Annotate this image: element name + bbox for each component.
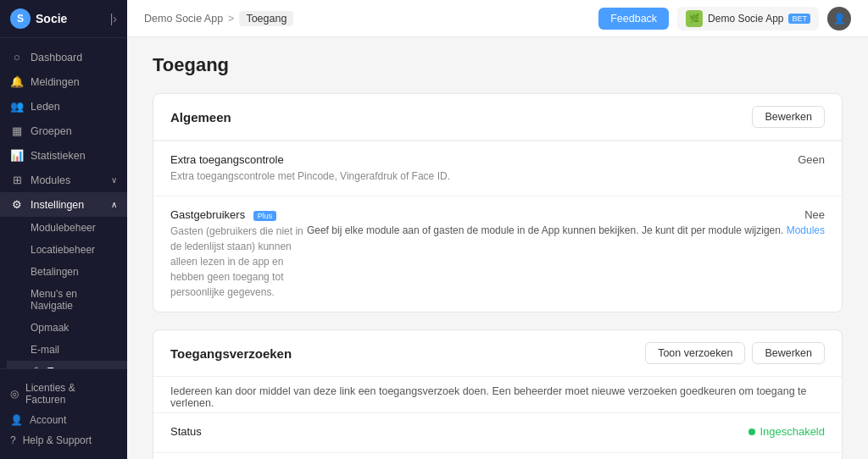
feedback-button[interactable]: Feedback xyxy=(598,8,669,30)
toegangscontrole-label: Extra toegangscontrole xyxy=(170,153,467,166)
status-value: Ingeschakeld xyxy=(760,425,825,438)
sidebar-item-help[interactable]: ? Help & Support xyxy=(10,430,117,451)
sidebar-subitem-label: Locatiebeheer xyxy=(31,244,95,256)
sidebar-item-instellingen[interactable]: ⚙ Instellingen ∧ xyxy=(0,192,127,217)
gastgebruikers-value: Nee xyxy=(804,208,825,221)
toegangscontrole-field: Extra toegangscontrole Extra toegangscon… xyxy=(153,141,842,196)
logo-text: Socie xyxy=(36,12,67,25)
toegangsverzoeken-card: Toegangsverzoeken Toon verzoeken Bewerke… xyxy=(153,329,843,459)
sidebar-item-opmaak[interactable]: Opmaak xyxy=(7,317,127,339)
toegangsverzoeken-title: Toegangsverzoeken xyxy=(170,346,292,361)
toegangscode-field: Toegangscode Deze code kan ingevoerd wor… xyxy=(153,452,842,459)
sidebar-subitem-label: Opmaak xyxy=(31,322,69,334)
field-left: Status xyxy=(170,425,467,440)
algemeen-title: Algemeen xyxy=(170,110,231,124)
toegangsverzoeken-actions: Toon verzoeken Bewerken xyxy=(645,342,825,364)
sidebar-nav: ○ Dashboard 🔔 Meldingen 👥 Leden ▦ Groepe… xyxy=(0,38,127,368)
app-badge: BET xyxy=(788,14,810,24)
sidebar-bottom-label: Licenties & Facturen xyxy=(25,382,117,406)
sidebar-item-email[interactable]: E-mail xyxy=(7,339,127,361)
sidebar-item-label: Leden xyxy=(31,101,60,113)
logo-icon: S xyxy=(10,8,31,29)
gastgebruikers-label: Gastgebruikers Plus xyxy=(170,208,307,221)
grid-icon: ▦ xyxy=(10,124,24,137)
algemeen-card: Algemeen Bewerken Extra toegangscontrole… xyxy=(153,93,843,312)
sidebar-collapse-button[interactable]: |› xyxy=(110,12,117,25)
breadcrumb-separator: > xyxy=(228,13,234,25)
sidebar-item-label: Instellingen xyxy=(31,199,84,211)
field-left: Extra toegangscontrole Extra toegangscon… xyxy=(170,153,467,184)
breadcrumb-current: Toegang xyxy=(239,11,293,26)
algemeen-edit-button[interactable]: Bewerken xyxy=(752,106,825,128)
gastgebruikers-field: Gastgebruikers Plus Gasten (gebruikers d… xyxy=(153,196,842,312)
sidebar-item-betalingen[interactable]: Betalingen xyxy=(7,261,127,283)
modules-link[interactable]: Modules xyxy=(787,224,825,236)
toegangscontrole-desc: Extra toegangscontrole met Pincode, Ving… xyxy=(170,169,467,184)
receipt-icon: ◎ xyxy=(10,388,19,400)
status-badge: Ingeschakeld xyxy=(748,425,825,438)
sidebar-item-licenties[interactable]: ◎ Licenties & Facturen xyxy=(10,378,117,410)
sidebar-item-account[interactable]: 👤 Account xyxy=(10,410,117,430)
plus-badge: Plus xyxy=(253,211,277,221)
sidebar-item-statistieken[interactable]: 📊 Statistieken xyxy=(0,143,127,168)
sidebar-item-leden[interactable]: 👥 Leden xyxy=(0,94,127,119)
toon-verzoeken-button[interactable]: Toon verzoeken xyxy=(645,342,745,364)
breadcrumb: Demo Socie App > Toegang xyxy=(144,11,592,26)
chevron-down-icon: ∨ xyxy=(111,175,117,185)
chart-icon: 📊 xyxy=(10,149,24,162)
sidebar-logo: S Socie |› xyxy=(0,0,127,38)
sidebar-item-label: Modules xyxy=(31,174,70,186)
user-avatar[interactable]: 👤 xyxy=(827,7,851,30)
sidebar-bottom: ◎ Licenties & Facturen 👤 Account ? Help … xyxy=(0,368,127,459)
modules-icon: ⊞ xyxy=(10,174,24,186)
users-icon: 👥 xyxy=(10,100,24,113)
toegangsverzoeken-description: Iedereen kan door middel van deze link e… xyxy=(153,377,842,412)
bell-icon: 🔔 xyxy=(10,75,24,88)
app-name: Demo Socie App xyxy=(708,13,783,25)
gastgebruikers-desc2: Geef bij elke module aan of gasten de mo… xyxy=(307,224,825,236)
main-area: Demo Socie App > Toegang Feedback 🌿 Demo… xyxy=(127,0,868,459)
sidebar-item-groepen[interactable]: ▦ Groepen xyxy=(0,119,127,143)
status-value-area: Ingeschakeld xyxy=(655,425,825,438)
algemeen-card-header: Algemeen Bewerken xyxy=(153,94,842,141)
status-field: Status Ingeschakeld xyxy=(153,412,842,452)
sidebar-item-meldingen[interactable]: 🔔 Meldingen xyxy=(0,69,127,94)
sidebar-item-locatiebeheer[interactable]: Locatiebeheer xyxy=(7,239,127,261)
sidebar-item-menus[interactable]: Menu's en Navigatie xyxy=(7,283,127,317)
sidebar-item-label: Groepen xyxy=(31,125,72,137)
sidebar-bottom-label: Help & Support xyxy=(23,434,92,446)
page-title: Toegang xyxy=(153,54,843,76)
sidebar-subitem-label: Menu's en Navigatie xyxy=(31,288,117,312)
breadcrumb-link[interactable]: Demo Socie App xyxy=(144,13,223,25)
header-right: Feedback 🌿 Demo Socie App BET 👤 xyxy=(598,7,851,30)
header: Demo Socie App > Toegang Feedback 🌿 Demo… xyxy=(127,0,868,37)
field-left: Gastgebruikers Plus Gasten (gebruikers d… xyxy=(170,208,307,300)
sidebar-item-modules[interactable]: ⊞ Modules ∨ xyxy=(0,168,127,192)
instellingen-subnav: Modulebeheer Locatiebeheer Betalingen Me… xyxy=(0,217,127,368)
sidebar-subitem-label: Modulebeheer xyxy=(31,222,96,234)
sidebar-item-label: Statistieken xyxy=(31,150,86,162)
sidebar-item-modulebeheer[interactable]: Modulebeheer xyxy=(7,217,127,239)
status-dot xyxy=(748,429,755,435)
help-icon: ? xyxy=(10,434,16,446)
sidebar-item-toegang[interactable]: 🔒 Toegang xyxy=(7,361,127,368)
gastgebruikers-right: Nee Geef bij elke module aan of gasten d… xyxy=(307,208,825,236)
toegangsverzoeken-card-header: Toegangsverzoeken Toon verzoeken Bewerke… xyxy=(153,330,842,377)
sidebar-subitem-label: E-mail xyxy=(31,344,59,356)
sidebar-item-label: Dashboard xyxy=(31,52,82,64)
sidebar-item-dashboard[interactable]: ○ Dashboard xyxy=(0,45,127,69)
app-info: 🌿 Demo Socie App BET xyxy=(677,7,819,30)
toegangscontrole-value: Geen xyxy=(655,153,825,166)
page-content: Toegang Algemeen Bewerken Extra toegangs… xyxy=(127,37,868,459)
sidebar: S Socie |› ○ Dashboard 🔔 Meldingen 👥 Led… xyxy=(0,0,127,459)
sidebar-bottom-label: Account xyxy=(30,414,66,426)
sidebar-subitem-label: Betalingen xyxy=(31,266,79,278)
dashboard-icon: ○ xyxy=(10,51,24,64)
gear-icon: ⚙ xyxy=(10,198,24,211)
app-icon: 🌿 xyxy=(686,10,703,27)
toegangscontrole-val: Geen xyxy=(798,153,825,166)
sidebar-item-label: Meldingen xyxy=(31,76,80,88)
chevron-up-icon: ∧ xyxy=(111,200,117,209)
person-icon: 👤 xyxy=(10,414,23,426)
toegangsverzoeken-edit-button[interactable]: Bewerken xyxy=(752,342,825,364)
